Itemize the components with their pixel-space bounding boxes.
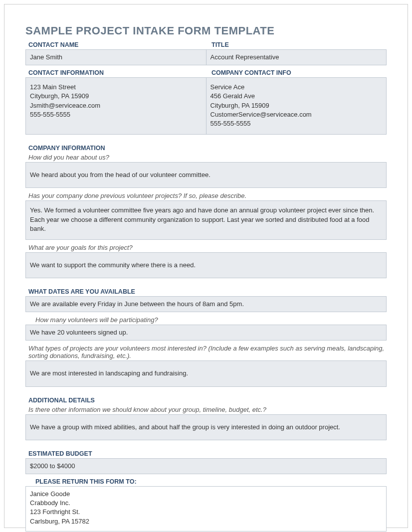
title-value: Account Representative xyxy=(206,50,387,65)
budget-value: $2000 to $4000 xyxy=(25,458,387,474)
company-info-a1: We heard about you from the head of our … xyxy=(25,162,387,188)
contact-name-value: Jane Smith xyxy=(26,50,206,65)
contact-name-title-box: Jane Smith Account Representative xyxy=(25,49,387,65)
company-contact-value: Service Ace 456 Gerald Ave Cityburgh, PA… xyxy=(206,78,387,134)
dates-q2: How many volunteers will be participatin… xyxy=(25,315,387,325)
company-info-a3: We want to support the community where t… xyxy=(25,252,387,278)
dates-a2: We have 20 volunteers signed up. xyxy=(25,325,387,341)
dates-a3: We are most interested in landscaping an… xyxy=(25,360,387,386)
return-value: Janice Goode Crabbody Inc. 123 Forthrigh… xyxy=(25,486,387,532)
title-label: TITLE xyxy=(208,40,387,49)
company-info-header: COMPANY INFORMATION xyxy=(25,144,387,153)
contact-info-header-row: CONTACT INFORMATION COMPANY CONTACT INFO xyxy=(25,68,387,77)
dates-header: WHAT DATES ARE YOU AVAILABLE xyxy=(25,287,387,296)
company-info-q1: How did you hear about us? xyxy=(25,153,387,162)
company-info-a2: Yes. We formed a volunteer committee fiv… xyxy=(25,200,387,240)
company-info-q2: Has your company done previous volunteer… xyxy=(25,191,387,200)
additional-header: ADDITIONAL DETAILS xyxy=(25,396,387,405)
dates-a1: We are available every Friday in June be… xyxy=(25,296,387,312)
contact-name-label: CONTACT NAME xyxy=(25,40,204,49)
company-info-q3: What are your goals for this project? xyxy=(25,243,387,252)
additional-a1: We have a group with mixed abilities, an… xyxy=(25,414,387,440)
dates-q3: What types of projects are your voluntee… xyxy=(25,344,387,360)
contact-info-value: 123 Main Street Cityburgh, PA 15909 Jsmi… xyxy=(26,78,206,134)
form-page: SAMPLE PROJECT INTAKE FORM TEMPLATE CONT… xyxy=(4,4,408,528)
additional-q1: Is there other information we should kno… xyxy=(25,405,387,414)
company-contact-label: COMPANY CONTACT INFO xyxy=(208,68,387,77)
contact-header-row: CONTACT NAME TITLE xyxy=(25,40,387,49)
form-title: SAMPLE PROJECT INTAKE FORM TEMPLATE xyxy=(25,24,387,37)
contact-info-box: 123 Main Street Cityburgh, PA 15909 Jsmi… xyxy=(25,77,387,135)
budget-header: ESTIMATED BUDGET xyxy=(25,449,387,458)
return-header: PLEASE RETURN THIS FORM TO: xyxy=(25,477,387,486)
contact-info-label: CONTACT INFORMATION xyxy=(25,68,204,77)
